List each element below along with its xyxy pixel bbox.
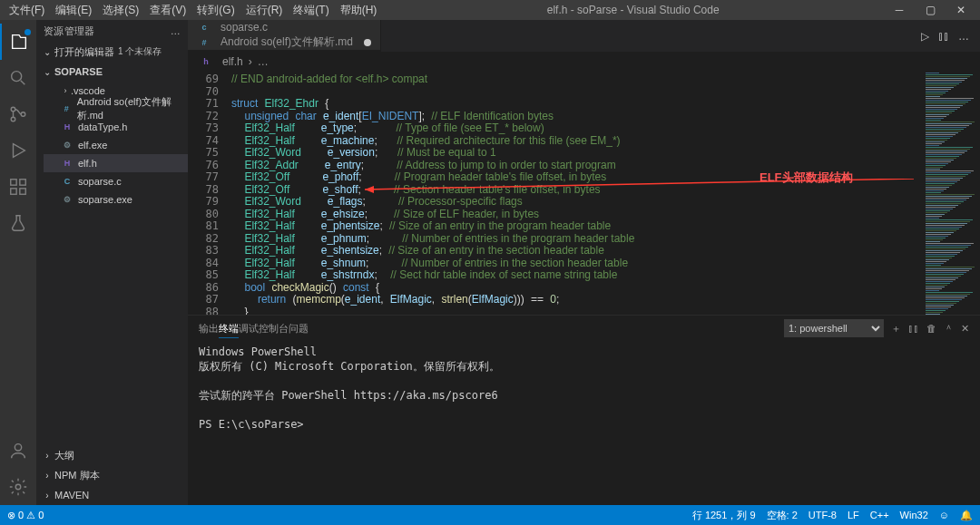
- file-icon: H: [60, 120, 74, 134]
- window-minimize[interactable]: ─: [884, 4, 915, 16]
- code-editor[interactable]: // END android-added for <elf.h> compat …: [231, 72, 922, 315]
- section-header[interactable]: ›MAVEN: [36, 485, 188, 505]
- status-bar: ⊗ 0 ⚠ 0 行 1251，列 9 空格: 2 UTF-8 LF C++ Wi…: [0, 505, 980, 525]
- file-row[interactable]: #Android so(elf)文件解析.md: [44, 100, 188, 118]
- svg-rect-6: [11, 189, 16, 194]
- terminal-shell-select[interactable]: 1: powershell: [784, 319, 884, 337]
- svg-point-1: [11, 107, 15, 112]
- panel-tab[interactable]: 终端: [219, 323, 239, 338]
- menubar: 文件(F)编辑(E)选择(S)查看(V)转到(G)运行(R)终端(T)帮助(H)…: [0, 0, 980, 20]
- activity-testing-icon[interactable]: [0, 205, 36, 241]
- svg-point-8: [15, 444, 21, 451]
- open-editors-header[interactable]: ⌄打开的编辑器 1 个未保存: [36, 42, 188, 62]
- file-row[interactable]: ⚙soparse.exe: [44, 190, 188, 209]
- file-label: elf.h: [78, 158, 97, 169]
- menu-item[interactable]: 转到(G): [191, 2, 240, 18]
- activity-explorer-icon[interactable]: [0, 24, 36, 60]
- file-row[interactable]: Helf.h: [44, 154, 188, 172]
- split-terminal-icon[interactable]: ⫿⫿: [908, 323, 919, 334]
- svg-point-2: [11, 117, 15, 122]
- file-row[interactable]: Csoparse.c: [44, 172, 188, 190]
- panel-close-icon[interactable]: ✕: [961, 323, 969, 335]
- explorer-title: 资源管理器…: [36, 20, 188, 42]
- more-icon[interactable]: …: [171, 25, 181, 36]
- status-language[interactable]: C++: [870, 510, 889, 520]
- more-icon[interactable]: …: [958, 30, 969, 43]
- new-terminal-icon[interactable]: ＋: [891, 322, 901, 335]
- activity-settings-icon[interactable]: [0, 469, 36, 505]
- file-icon: c: [197, 20, 211, 34]
- status-feedback-icon[interactable]: ☺: [939, 510, 949, 520]
- breadcrumb[interactable]: h elf.h›…: [188, 52, 980, 72]
- activity-search-icon[interactable]: [0, 60, 36, 96]
- file-icon-h: h: [199, 54, 213, 69]
- status-bell-icon[interactable]: 🔔: [960, 510, 973, 521]
- status-errors[interactable]: ⊗ 0 ⚠ 0: [7, 510, 44, 521]
- status-os[interactable]: Win32: [900, 510, 928, 520]
- editor-group: csoparse.c#Android so(elf)文件解析.mdhelf.h✕…: [188, 20, 980, 505]
- activity-extensions-icon[interactable]: [0, 169, 36, 205]
- tab-label: Android so(elf)文件解析.md: [220, 34, 353, 50]
- terminal[interactable]: Windows PowerShell 版权所有 (C) Microsoft Co…: [188, 341, 980, 505]
- svg-point-3: [21, 112, 25, 117]
- badge-dot: [24, 29, 31, 35]
- panel-maximize-icon[interactable]: ＾: [944, 322, 954, 335]
- dirty-dot-icon: [364, 39, 371, 46]
- editor-tab[interactable]: csoparse.c: [188, 20, 381, 34]
- menu-item[interactable]: 文件(F): [4, 2, 50, 18]
- file-icon: H: [60, 156, 74, 170]
- split-editor-icon[interactable]: ⫿⫿: [938, 30, 949, 43]
- window-close[interactable]: ✕: [946, 4, 976, 16]
- menu-item[interactable]: 帮助(H): [335, 2, 383, 18]
- window-maximize[interactable]: ▢: [915, 4, 946, 16]
- svg-rect-4: [11, 180, 16, 185]
- file-label: Android so(elf)文件解析.md: [77, 95, 188, 122]
- svg-point-9: [15, 484, 21, 490]
- menu-item[interactable]: 终端(T): [288, 2, 334, 18]
- menu-item[interactable]: 编辑(E): [50, 2, 97, 18]
- chevron-icon: ›: [60, 86, 71, 95]
- run-icon[interactable]: ▷: [921, 30, 929, 43]
- panel-tab[interactable]: 问题: [289, 323, 309, 334]
- bottom-panel: 输出终端调试控制台问题 1: powershell ＋ ⫿⫿ 🗑 ＾ ✕ Win…: [188, 315, 980, 505]
- svg-point-0: [12, 72, 22, 82]
- activity-run-icon[interactable]: [0, 132, 36, 169]
- file-label: soparse.c: [78, 176, 122, 187]
- tab-bar: csoparse.c#Android so(elf)文件解析.mdhelf.h✕…: [188, 20, 980, 52]
- activity-bar: [0, 20, 36, 505]
- file-icon: #: [197, 35, 211, 50]
- minimap[interactable]: [922, 72, 980, 315]
- file-row[interactable]: ⚙elf.exe: [44, 136, 188, 154]
- section-header[interactable]: ›NPM 脚本: [36, 465, 188, 485]
- explorer-sidebar: 资源管理器… ⌄打开的编辑器 1 个未保存 ⌄SOPARSE ›.vscode#…: [36, 20, 188, 505]
- file-label: soparse.exe: [78, 194, 132, 205]
- section-header[interactable]: ›大纲: [36, 445, 188, 465]
- menu-item[interactable]: 选择(S): [97, 2, 144, 18]
- svg-rect-7: [20, 189, 25, 194]
- editor-tab[interactable]: #Android so(elf)文件解析.md: [188, 34, 381, 50]
- file-icon: C: [60, 174, 74, 189]
- menu-item[interactable]: 运行(R): [240, 2, 289, 18]
- panel-tab[interactable]: 输出: [199, 323, 219, 334]
- activity-scm-icon[interactable]: [0, 96, 36, 132]
- window-title: elf.h - soParse - Visual Studio Code: [382, 4, 884, 16]
- status-cursor[interactable]: 行 1251，列 9: [692, 509, 756, 522]
- svg-rect-5: [20, 180, 25, 185]
- file-icon: ⚙: [60, 192, 74, 207]
- status-indent[interactable]: 空格: 2: [767, 509, 798, 522]
- project-header[interactable]: ⌄SOPARSE: [36, 62, 188, 82]
- file-label: dataType.h: [78, 122, 127, 132]
- line-gutter[interactable]: 69 70 71 72 73 74 75 76 77 78 79 80 81 8…: [188, 72, 231, 315]
- kill-terminal-icon[interactable]: 🗑: [926, 323, 936, 334]
- menu-item[interactable]: 查看(V): [144, 2, 191, 18]
- status-eol[interactable]: LF: [848, 510, 859, 520]
- file-icon: #: [60, 102, 74, 116]
- file-icon: ⚙: [60, 138, 74, 152]
- file-label: elf.exe: [78, 140, 107, 151]
- tab-label: soparse.c: [220, 21, 268, 34]
- panel-tab[interactable]: 调试控制台: [239, 323, 289, 334]
- activity-account-icon[interactable]: [0, 433, 36, 469]
- status-encoding[interactable]: UTF-8: [808, 510, 837, 520]
